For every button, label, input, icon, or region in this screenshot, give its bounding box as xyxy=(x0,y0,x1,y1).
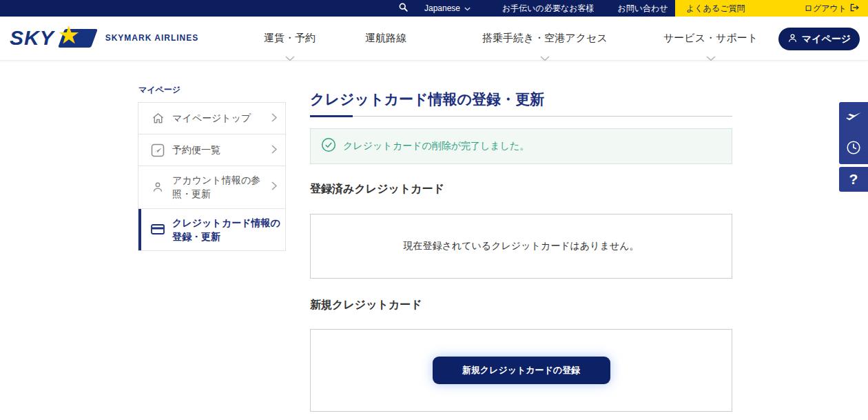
nav-label: 運賃・予約 xyxy=(264,32,316,43)
language-label: Japanese xyxy=(424,3,460,13)
account-icon xyxy=(151,180,165,194)
sidebar-item-label: クレジットカード情報の登録・更新 xyxy=(172,209,285,251)
chevron-down-icon xyxy=(285,52,295,57)
nav-service-support[interactable]: サービス・サポート xyxy=(663,32,758,57)
chevron-down-icon xyxy=(464,3,471,13)
logout-label: ログアウト xyxy=(805,3,847,14)
reservation-list-icon xyxy=(151,143,165,157)
faq-link[interactable]: よくあるご質問 xyxy=(686,3,745,14)
language-selector[interactable]: Japanese xyxy=(424,0,471,17)
logo-sky-text: SKY xyxy=(10,26,54,50)
chevron-right-icon xyxy=(271,181,277,193)
title-underline xyxy=(310,115,732,118)
new-card-heading: 新規クレジットカード xyxy=(310,298,422,312)
history-button[interactable] xyxy=(839,133,868,164)
clock-icon xyxy=(845,139,862,159)
sidebar-item-label: アカウント情報の参照・更新 xyxy=(172,166,264,208)
search-icon xyxy=(398,2,409,14)
topbar-yellow-section: よくあるご質問 ログアウト xyxy=(675,0,868,17)
sidebar-item-label: 予約便一覧 xyxy=(172,136,264,163)
home-icon xyxy=(151,112,165,126)
nav-label: 運航路線 xyxy=(365,32,406,43)
page-title: クレジットカード情報の登録・更新 xyxy=(310,90,544,109)
sidebar-item-credit-card[interactable]: クレジットカード情報の登録・更新 xyxy=(138,209,285,251)
logout-link[interactable]: ログアウト xyxy=(805,3,860,14)
site-header: SKY ★ SKYMARK AIRLINES 運賃・予約 運航路線 搭乗手続き・… xyxy=(0,17,868,61)
skymark-logo[interactable]: SKY ★ SKYMARK AIRLINES xyxy=(10,26,198,50)
sidebar-item-reservation-list[interactable]: 予約便一覧 xyxy=(138,134,285,166)
top-utility-bar: Japanese お手伝いの必要なお客様 お問い合わせ よくあるご質問 ログアウ… xyxy=(0,0,868,17)
new-card-box: 新規クレジットカードの登録 xyxy=(310,329,732,412)
sidebar-item-label: マイページトップ xyxy=(172,104,264,132)
mypage-button[interactable]: マイページ xyxy=(778,28,860,50)
credit-card-icon xyxy=(151,223,165,237)
sidebar-menu: マイページトップ 予約便一覧 アカウント情報の参照・更新 xyxy=(138,102,286,251)
nav-fares-reservations[interactable]: 運賃・予約 xyxy=(264,32,316,57)
success-alert-message: クレジットカードの削除が完了しました。 xyxy=(343,140,529,152)
success-alert: クレジットカードの削除が完了しました。 xyxy=(310,128,732,164)
chevron-down-icon xyxy=(706,52,716,57)
logo-airline-name: SKYMARK AIRLINES xyxy=(105,33,199,43)
chevron-right-icon xyxy=(271,112,277,125)
sidebar-title: マイページ xyxy=(138,84,180,96)
logout-icon xyxy=(850,3,860,14)
topbar-spacer xyxy=(0,0,391,17)
mypage-button-label: マイページ xyxy=(802,33,851,46)
nav-label: 搭乗手続き・空港アクセス xyxy=(482,32,608,43)
contact-link[interactable]: お問い合わせ xyxy=(617,0,668,17)
flight-status-button[interactable] xyxy=(839,102,868,133)
floating-widget-top xyxy=(839,102,868,164)
registered-cards-heading: 登録済みクレジットカード xyxy=(310,182,444,197)
register-new-card-button[interactable]: 新規クレジットカードの登録 xyxy=(433,357,610,384)
chevron-down-icon xyxy=(540,52,550,57)
sidebar-item-mypage-top[interactable]: マイページトップ xyxy=(138,103,285,134)
page: Japanese お手伝いの必要なお客様 お問い合わせ よくあるご質問 ログアウ… xyxy=(0,0,868,420)
plane-takeoff-icon xyxy=(845,109,862,127)
logo-star-icon: ★ xyxy=(57,23,79,48)
title-underline-accent xyxy=(310,115,353,117)
search-button[interactable] xyxy=(391,0,415,17)
sidebar-item-account-info[interactable]: アカウント情報の参照・更新 xyxy=(138,166,285,209)
chevron-right-icon xyxy=(271,144,277,157)
registered-cards-box: 現在登録されているクレジットカードはありません。 xyxy=(310,214,732,279)
title-underline-gray xyxy=(310,116,732,117)
logo-flag-shape: ★ xyxy=(58,29,98,48)
floating-widget-help[interactable]: ? xyxy=(839,167,868,192)
nav-label: サービス・サポート xyxy=(663,32,758,43)
question-icon: ? xyxy=(849,171,858,188)
assist-link[interactable]: お手伝いの必要なお客様 xyxy=(502,0,594,17)
nav-boarding-airport-access[interactable]: 搭乗手続き・空港アクセス xyxy=(482,32,608,57)
no-cards-message: 現在登録されているクレジットカードはありません。 xyxy=(404,240,639,252)
check-circle-icon xyxy=(321,137,336,155)
person-icon xyxy=(787,33,798,46)
nav-flight-routes[interactable]: 運航路線 xyxy=(365,32,406,45)
